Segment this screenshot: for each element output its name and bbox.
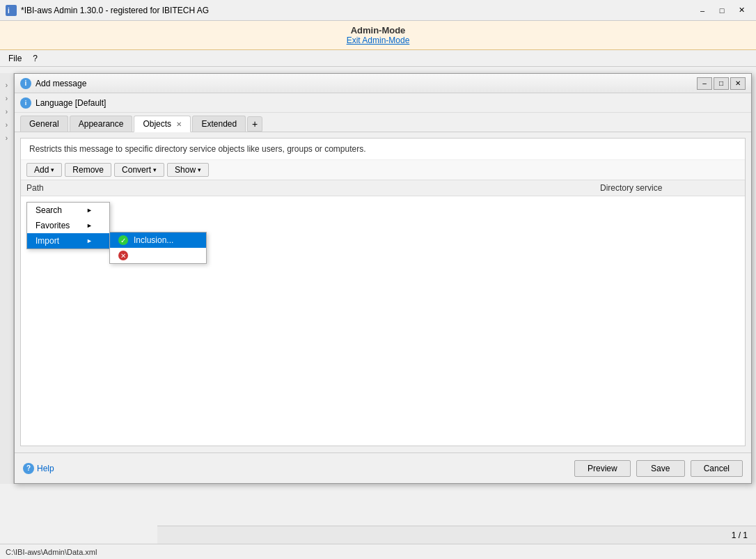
dialog-footer: ? Help Preview Save Cancel — [15, 452, 751, 483]
footer-buttons: Preview Save Cancel — [574, 460, 743, 477]
admin-mode-title: Admin-Mode — [4, 25, 752, 36]
title-bar: i *IBI-aws Admin 1.30.0 - registered for… — [0, 0, 756, 21]
search-submenu-arrow: ► — [86, 207, 93, 214]
window-controls: – □ ✕ — [693, 3, 750, 18]
menu-item-search[interactable]: Search ► — [27, 203, 109, 218]
dialog-content: Restricts this message to specific direc… — [20, 138, 746, 446]
tab-objects-close[interactable]: ✕ — [176, 120, 182, 128]
sidebar-chevron-4[interactable]: › — [4, 120, 9, 130]
app-icon: i — [6, 5, 17, 16]
objects-toolbar: Add ▾ Remove Convert ▾ Show ▾ Search — [21, 160, 745, 180]
dialog-controls: – □ ✕ — [697, 77, 746, 90]
col-header-path: Path — [26, 183, 600, 193]
dialog-minimize-button[interactable]: – — [697, 77, 712, 90]
app-title: *IBI-aws Admin 1.30.0 - registered for I… — [21, 6, 693, 15]
status-bar: C:\IBI-aws\Admin\Data.xml — [0, 544, 756, 559]
help-icon: ? — [23, 463, 34, 474]
import-submenu-arrow: ► — [86, 237, 93, 244]
help-menu[interactable]: ? — [27, 52, 43, 65]
pagination-bar: 1 / 1 — [157, 526, 756, 544]
submenu-item-inclusion[interactable]: ✓ Inclusion... — [110, 233, 206, 248]
col-header-directory: Directory service — [600, 183, 739, 193]
inclusion-icon: ✓ — [118, 235, 128, 245]
table-headers: Path Directory service — [21, 180, 745, 196]
exit-admin-mode-link[interactable]: Exit Admin-Mode — [4, 36, 752, 45]
language-label: Language [Default] — [36, 98, 106, 108]
help-link[interactable]: ? Help — [23, 463, 574, 474]
import-submenu: ✓ Inclusion... ✕ Exclusion... — [109, 232, 207, 264]
menu-item-favorites[interactable]: Favorites ► — [27, 218, 109, 233]
dialog-icon: i — [20, 78, 31, 89]
sidebar: › › › › › — [0, 73, 14, 484]
close-button[interactable]: ✕ — [732, 3, 750, 18]
svg-text:i: i — [8, 7, 10, 15]
cancel-button[interactable]: Cancel — [691, 460, 743, 477]
preview-button[interactable]: Preview — [574, 460, 631, 477]
dialog-close-button[interactable]: ✕ — [730, 77, 746, 90]
convert-button[interactable]: Convert ▾ — [114, 163, 164, 177]
show-arrow-icon: ▾ — [198, 166, 201, 173]
menu-bar: File ? — [0, 50, 756, 67]
convert-arrow-icon: ▾ — [153, 166, 157, 173]
language-row: i Language [Default] — [15, 93, 751, 113]
add-button[interactable]: Add ▾ — [26, 163, 62, 177]
minimize-button[interactable]: – — [693, 3, 711, 18]
sidebar-chevron-1[interactable]: › — [4, 80, 9, 90]
pagination-text: 1 / 1 — [732, 530, 748, 540]
dialog-container: i Add message – □ ✕ i Language [Default]… — [14, 73, 752, 484]
sidebar-chevron-5[interactable]: › — [4, 133, 9, 143]
tab-add-button[interactable]: + — [247, 116, 262, 132]
file-menu[interactable]: File — [3, 52, 27, 65]
submenu-item-exclusion[interactable]: ✕ Exclusion... — [110, 248, 206, 263]
add-menu-dropdown: Search ► Favorites ► Import ► ✓ — [26, 202, 110, 249]
dialog-title-bar: i Add message – □ ✕ — [15, 74, 751, 93]
sidebar-chevron-3[interactable]: › — [4, 107, 9, 117]
admin-banner: Admin-Mode Exit Admin-Mode — [0, 21, 756, 50]
tab-objects[interactable]: Objects ✕ — [134, 116, 191, 132]
tabs-bar: General Appearance Objects ✕ Extended + — [15, 113, 751, 132]
status-path: C:\IBI-aws\Admin\Data.xml — [6, 548, 97, 556]
language-icon: i — [20, 97, 31, 109]
add-arrow-icon: ▾ — [51, 166, 54, 173]
save-button[interactable]: Save — [636, 460, 685, 477]
menu-item-import[interactable]: Import ► ✓ Inclusion... ✕ Exclusion... — [27, 233, 109, 249]
show-button[interactable]: Show ▾ — [167, 163, 209, 177]
remove-button[interactable]: Remove — [65, 163, 111, 177]
sidebar-chevron-2[interactable]: › — [4, 93, 9, 104]
dialog-title: Add message — [36, 79, 697, 88]
restriction-text: Restricts this message to specific direc… — [21, 139, 745, 160]
maximize-button[interactable]: □ — [713, 3, 731, 18]
dialog-maximize-button[interactable]: □ — [714, 77, 729, 90]
exclusion-icon: ✕ — [118, 251, 128, 260]
favorites-submenu-arrow: ► — [86, 222, 93, 229]
tab-extended[interactable]: Extended — [192, 116, 246, 132]
tab-appearance[interactable]: Appearance — [70, 116, 133, 132]
tab-general[interactable]: General — [20, 116, 68, 132]
